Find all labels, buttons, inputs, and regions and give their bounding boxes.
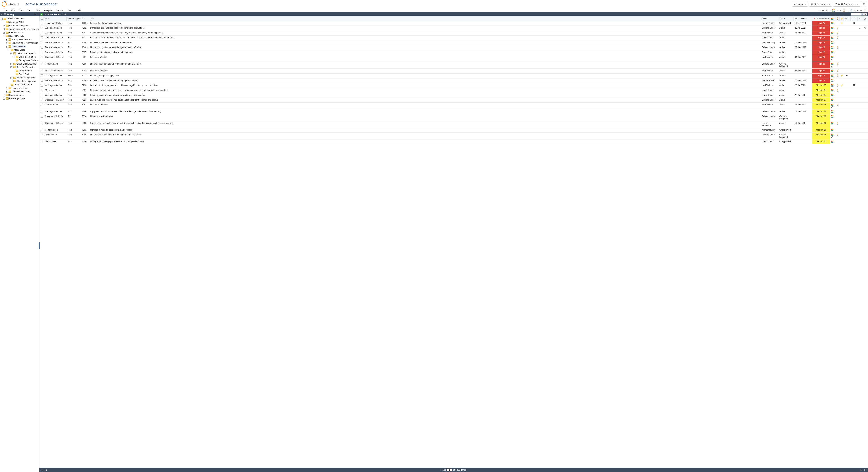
table-row[interactable]: Beachmont StationRisk10826Inaccurate inf… [39, 21, 868, 26]
refresh-icon[interactable]: ⟳ [34, 13, 35, 15]
tree-node[interactable]: +Wellington Station [0, 55, 39, 59]
menu-edit[interactable]: Edit [9, 8, 17, 12]
page-input[interactable] [447, 469, 452, 471]
tree-node[interactable]: +Green Line Expansion [0, 62, 39, 66]
row-checkbox[interactable] [41, 56, 43, 58]
row-checkbox[interactable] [41, 79, 43, 82]
menu-file[interactable]: File [2, 8, 9, 12]
layers-dropdown[interactable]: 🗂 None ▼ [792, 2, 808, 7]
row-checkbox[interactable] [41, 46, 43, 48]
flag-icon[interactable]: ⚑ [856, 9, 859, 12]
expand-icon[interactable]: + [3, 25, 5, 27]
next-page-button[interactable]: ▶ [860, 469, 863, 471]
records-filter-dropdown[interactable]: ⧩ 0. All Records … ▼ [833, 2, 860, 7]
tree-node[interactable]: Stoneybrook Station [0, 59, 39, 62]
tree-node[interactable]: Silver Line Expansion [0, 79, 39, 83]
row-checkbox[interactable] [41, 122, 43, 124]
expand-icon[interactable]: + [13, 56, 15, 58]
row-checkbox[interactable] [41, 70, 43, 72]
expand-icon[interactable]: + [10, 77, 12, 79]
excel-icon[interactable]: X [40, 13, 43, 15]
table-row[interactable]: Chestnut Hill StationRisk7326Idle equipm… [39, 114, 868, 121]
row-checkbox[interactable] [41, 22, 43, 24]
tree-node[interactable]: +Key Processes [0, 31, 39, 34]
row-checkbox[interactable] [41, 103, 43, 106]
search-icon[interactable]: 🔍 [861, 13, 864, 15]
table-row[interactable]: Wellington StationIssue10128Flooding dis… [39, 73, 868, 78]
help-icon[interactable]: ❔ [863, 9, 866, 12]
row-checkbox[interactable] [41, 110, 43, 113]
prev-page-button[interactable]: ◀ [44, 469, 48, 471]
col-header[interactable]: ⚡ [840, 16, 844, 21]
tree-node[interactable]: +Construction & Infrastructure [0, 41, 39, 45]
last-page-button[interactable]: ⏭ [864, 469, 867, 471]
collapse-icon[interactable]: - [1, 18, 3, 20]
menu-view[interactable]: View [25, 8, 34, 12]
expand-icon[interactable]: + [5, 87, 7, 89]
col-header[interactable]: Record Type [67, 16, 81, 21]
col-header[interactable]: Item [44, 16, 67, 21]
expand-icon[interactable]: ⤢ [36, 13, 38, 15]
table-row[interactable]: Chestnut Hill StationRisk7327Planning au… [39, 50, 868, 55]
expand-icon[interactable]: + [10, 63, 12, 65]
expand-icon[interactable]: + [3, 98, 5, 100]
table-row[interactable]: Chestnut Hill StationRisk7328Boring unde… [39, 121, 868, 128]
eye-icon[interactable]: 👁 [860, 9, 863, 12]
table-row[interactable]: Wellington StationRisk7292Dangerous stru… [39, 26, 868, 31]
tree-node[interactable]: +Energy & Mining [0, 87, 39, 90]
select-all-checkbox[interactable] [41, 17, 43, 20]
table-row[interactable]: Track MaintenanceRisk10448Limited supply… [39, 45, 868, 50]
col-header[interactable]: ∞ [858, 16, 863, 21]
collapse-icon[interactable]: - [10, 53, 12, 55]
tree-node[interactable]: +Aerospace & Defense [0, 38, 39, 41]
tree-node[interactable]: -Capital Projects [0, 34, 39, 38]
list-icon[interactable]: ☰ [4, 13, 6, 15]
funnel-icon[interactable]: ⧩ [44, 13, 46, 15]
table-row[interactable]: Wellington StationRisk7302Planning appro… [39, 93, 868, 98]
print-icon[interactable]: 🖶 [822, 9, 825, 12]
splitter-handle[interactable] [39, 242, 40, 249]
expand-icon[interactable]: + [5, 42, 7, 44]
col-header[interactable]: S/D [844, 16, 850, 21]
table-row[interactable]: Wellington StationRisk7293Last minute de… [39, 83, 868, 88]
collapse-icon[interactable]: - [5, 45, 7, 47]
menu-link[interactable]: Link [34, 8, 42, 12]
collapse-icon[interactable]: - [10, 66, 12, 68]
expand-icon[interactable]: + [3, 94, 5, 96]
col-header[interactable]: Status [778, 16, 794, 21]
table-row[interactable]: Davis StationRisk7295Limited supply of e… [39, 133, 868, 139]
table-row[interactable]: Track MaintenanceRisk10437Inclement Weat… [39, 68, 868, 73]
tree-node[interactable]: Davis Station [0, 72, 39, 76]
tree-node[interactable]: +Corporate Compliance [0, 24, 39, 27]
tree-node[interactable]: +Telecommunications [0, 90, 39, 93]
table-row[interactable]: Porter StationRisk7291Increase in materi… [39, 128, 868, 133]
cut-icon[interactable]: ✂ [835, 9, 838, 12]
tree-node[interactable]: Porter Station [0, 69, 39, 72]
refresh-icon[interactable]: ⟳ [818, 9, 821, 12]
paste-icon[interactable]: 📋 [842, 9, 845, 12]
col-header[interactable]: 🚶 [835, 16, 840, 21]
col-header[interactable] [830, 16, 835, 21]
document-icon[interactable]: 🗎 [829, 9, 832, 12]
table-row[interactable]: Wellington StationRisk7296Equipment and … [39, 109, 868, 114]
new-doc-icon[interactable]: 🗋 [846, 9, 849, 12]
activity-tree[interactable]: -Allied Holdings Inc.Corporate ERM+Corpo… [0, 16, 39, 472]
expand-icon[interactable]: + [5, 91, 7, 93]
col-header[interactable]: M/C [850, 16, 858, 21]
tree-node[interactable]: -Allied Holdings Inc. [0, 17, 39, 21]
tree-node[interactable]: -Transportation [0, 45, 39, 48]
row-checkbox[interactable] [41, 140, 43, 143]
row-checkbox[interactable] [41, 27, 43, 29]
clipboard-icon[interactable]: 📄 [849, 9, 852, 12]
first-page-button[interactable]: ⏮ [40, 469, 44, 471]
col-header[interactable]: ID [81, 16, 89, 21]
table-row[interactable]: Wellington StationRisk7297* Contentious … [39, 31, 868, 36]
row-checkbox[interactable] [41, 63, 43, 65]
tree-node[interactable]: +Operations and Shared Services [0, 27, 39, 31]
tree-node[interactable]: Corporate ERM [0, 21, 39, 24]
col-header[interactable]: Title [89, 16, 761, 21]
collapse-icon[interactable]: - [8, 49, 10, 51]
collapse-icon[interactable]: - [3, 35, 5, 37]
expand-icon[interactable]: + [3, 28, 4, 30]
row-checkbox[interactable] [41, 94, 43, 96]
